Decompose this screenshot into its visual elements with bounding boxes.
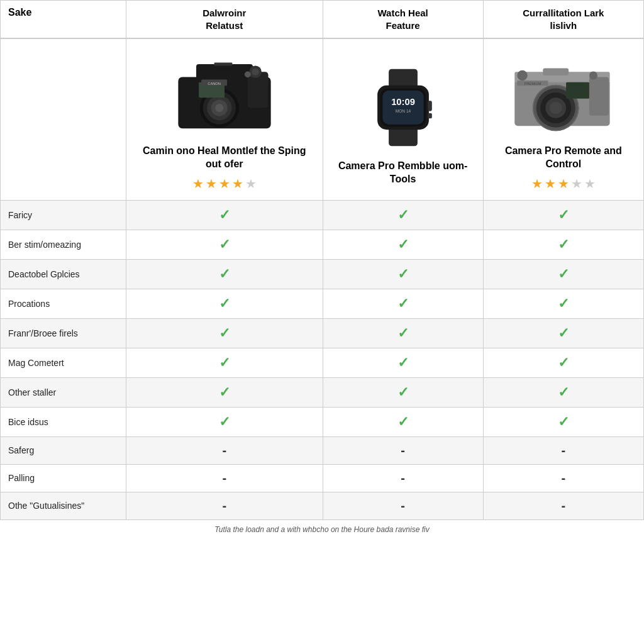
feature-check-3-2: ✓ [483, 289, 643, 318]
feature-check-7-0: ✓ [126, 407, 323, 436]
feature-check-0-1: ✓ [323, 200, 483, 230]
star-filled: ★ [558, 176, 569, 191]
feature-label-10: Othe "Gutualisines" [1, 492, 126, 519]
feature-check-1-0: ✓ [126, 230, 323, 259]
feature-row-4: Franr'/Broee firels ✓ ✓ ✓ [1, 318, 644, 348]
feature-check-5-0: ✓ [126, 348, 323, 377]
feature-label-1: Ber stim/omeazing [1, 230, 126, 259]
feature-check-2-0: ✓ [126, 259, 323, 289]
col1-stars: ★ ★ ★ ★ ★ [134, 176, 315, 191]
col1-camera-image: CANON [168, 45, 281, 140]
svg-point-34 [517, 70, 527, 80]
star-empty: ★ [584, 176, 596, 191]
feature-label-2: Deactobel Gplcies [1, 259, 126, 289]
svg-point-14 [245, 71, 251, 77]
product-image-row: CANON Camin ono Heal Montlef the Sping o… [1, 38, 644, 200]
svg-point-7 [215, 104, 223, 112]
feature-row-2: Deactobel Gplcies ✓ ✓ ✓ [1, 259, 644, 289]
sake-header: Sake [1, 1, 126, 39]
feature-check-7-1: ✓ [323, 407, 483, 436]
feature-check-6-1: ✓ [323, 377, 483, 407]
feature-check-2-2: ✓ [483, 259, 643, 289]
footer-note: Tutla the loadn and a with whbcho on the… [0, 520, 644, 539]
svg-rect-33 [566, 82, 589, 99]
col2-watch-image: 10:09 MON 14 [347, 60, 460, 155]
feature-check-0-2: ✓ [483, 200, 643, 230]
feature-label-3: Procations [1, 289, 126, 318]
feature-check-1-1: ✓ [323, 230, 483, 259]
feature-row-9: Palling - - - [1, 464, 644, 492]
feature-dash-10-1: - [323, 492, 483, 519]
star-filled: ★ [531, 176, 543, 191]
svg-point-35 [589, 71, 597, 79]
col1-product-name: Camin ono Heal Montlef the Sping out ofe… [134, 145, 315, 171]
svg-text:CANON: CANON [208, 82, 221, 86]
svg-rect-26 [589, 77, 609, 115]
svg-point-31 [550, 102, 562, 114]
star-empty: ★ [245, 176, 257, 191]
feature-dash-8-2: - [483, 436, 643, 464]
svg-text:MON 14: MON 14 [395, 109, 411, 113]
feature-check-4-0: ✓ [126, 318, 323, 348]
col1-header: Dalwroinr Relatust [126, 1, 323, 39]
feature-label-7: Bice idsus [1, 407, 126, 436]
svg-rect-22 [428, 101, 432, 111]
header-row: Sake Dalwroinr Relatust Watch Heal Featu… [1, 1, 644, 39]
feature-dash-9-0: - [126, 464, 323, 492]
col3-header: Currallitation Lark lislivh [483, 1, 643, 39]
feature-check-6-0: ✓ [126, 377, 323, 407]
feature-dash-10-0: - [126, 492, 323, 519]
svg-rect-13 [214, 63, 232, 66]
svg-point-10 [252, 69, 258, 75]
feature-label-8: Saferg [1, 436, 126, 464]
feature-dash-8-1: - [323, 436, 483, 464]
feature-check-0-0: ✓ [126, 200, 323, 230]
feature-row-6: Other staller ✓ ✓ ✓ [1, 377, 644, 407]
feature-label-6: Other staller [1, 377, 126, 407]
col3-camera-image: PREMIUM [507, 45, 620, 140]
feature-check-5-2: ✓ [483, 348, 643, 377]
feature-row-7: Bice idsus ✓ ✓ ✓ [1, 407, 644, 436]
svg-text:PREMIUM: PREMIUM [524, 82, 541, 86]
svg-rect-19 [382, 91, 423, 125]
col2-product-cell: 10:09 MON 14 Camera Pro Rembble uom-Tool… [323, 38, 483, 200]
col3-product-cell: PREMIUM Camera Pro Remote and Control ★ … [483, 38, 643, 200]
feature-label-9: Palling [1, 464, 126, 492]
svg-rect-38 [543, 69, 569, 75]
col2-header: Watch Heal Feature [323, 1, 483, 39]
feature-label-4: Franr'/Broee firels [1, 318, 126, 348]
feature-check-5-1: ✓ [323, 348, 483, 377]
star-filled: ★ [192, 176, 204, 191]
empty-product-cell [1, 38, 126, 200]
star-filled: ★ [232, 176, 243, 191]
svg-rect-23 [428, 113, 432, 118]
col2-product-name: Camera Pro Rembble uom-Tools [331, 160, 475, 186]
feature-dash-8-0: - [126, 436, 323, 464]
feature-check-7-2: ✓ [483, 407, 643, 436]
feature-dash-9-1: - [323, 464, 483, 492]
comparison-table: Sake Dalwroinr Relatust Watch Heal Featu… [0, 0, 644, 520]
feature-row-5: Mag Cometert ✓ ✓ ✓ [1, 348, 644, 377]
feature-dash-9-2: - [483, 464, 643, 492]
col1-product-cell: CANON Camin ono Heal Montlef the Sping o… [126, 38, 323, 200]
svg-text:10:09: 10:09 [391, 97, 415, 107]
star-filled: ★ [206, 176, 217, 191]
feature-check-3-0: ✓ [126, 289, 323, 318]
col3-stars: ★ ★ ★ ★ ★ [491, 176, 636, 191]
feature-row-10: Othe "Gutualisines" - - - [1, 492, 644, 519]
col3-header-title: Currallitation Lark lislivh [523, 8, 604, 31]
star-filled: ★ [219, 176, 230, 191]
feature-label-5: Mag Cometert [1, 348, 126, 377]
feature-check-6-2: ✓ [483, 377, 643, 407]
feature-check-4-1: ✓ [323, 318, 483, 348]
col2-header-title: Watch Heal Feature [377, 8, 428, 31]
feature-check-2-1: ✓ [323, 259, 483, 289]
col1-header-title: Dalwroinr Relatust [203, 8, 246, 31]
feature-check-1-2: ✓ [483, 230, 643, 259]
feature-row-0: Faricy ✓ ✓ ✓ [1, 200, 644, 230]
feature-check-3-1: ✓ [323, 289, 483, 318]
sake-label: Sake [8, 7, 31, 18]
feature-row-8: Saferg - - - [1, 436, 644, 464]
feature-row-1: Ber stim/omeazing ✓ ✓ ✓ [1, 230, 644, 259]
feature-label-0: Faricy [1, 200, 126, 230]
